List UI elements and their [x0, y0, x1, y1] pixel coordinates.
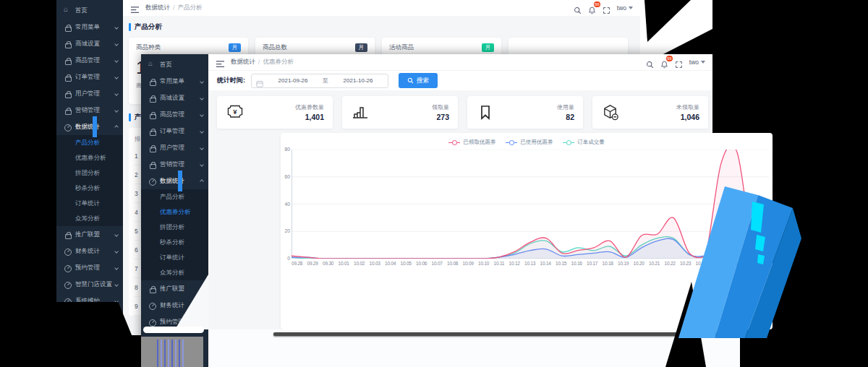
chevron-down-icon [200, 113, 204, 117]
legend-item[interactable]: 已领取优惠券 [448, 139, 495, 146]
sidebar-item[interactable]: 营销管理 [141, 156, 208, 173]
sidebar-item[interactable]: 拼团分析 [56, 165, 123, 181]
chevron-down-icon [200, 79, 204, 84]
sidebar-item[interactable]: 订单统计 [141, 250, 208, 265]
sidebar-item[interactable]: 数据统计 [141, 173, 208, 189]
sidebar-item[interactable]: 众筹分析 [56, 211, 123, 226]
chevron-down-icon [200, 96, 204, 100]
username: two [617, 4, 626, 12]
menu-toggle-icon[interactable] [130, 4, 140, 12]
background-artifact [141, 337, 203, 367]
sidebar-item[interactable]: 订单统计 [56, 196, 123, 211]
sidebar-item-label: 拼团分析 [160, 223, 184, 232]
user-menu[interactable]: two [689, 59, 705, 66]
sidebar-item[interactable]: 推广联盟 [56, 226, 123, 243]
period-badge[interactable]: 月 [482, 43, 495, 52]
sidebar-item[interactable]: 优惠券分析 [141, 204, 208, 220]
chevron-down-icon [114, 282, 119, 287]
x-tick-label: 10.24 [696, 261, 707, 266]
stat-received: 领取量 273 [342, 96, 458, 129]
sidebar-item[interactable]: 秒杀分析 [56, 181, 123, 196]
menu-toggle-icon[interactable] [216, 59, 225, 66]
legend-item[interactable]: 已使用优惠券 [506, 139, 553, 146]
sidebar-item[interactable]: 首页 [141, 56, 208, 73]
bell-icon[interactable]: 99 [588, 4, 596, 12]
sidebar-item[interactable]: 用户管理 [56, 85, 123, 102]
active-menu-indicator [93, 116, 97, 137]
sidebar-item[interactable]: 商城设置 [141, 90, 208, 106]
sidebar-item[interactable]: 秒杀分析 [141, 235, 208, 250]
sidebar-item[interactable]: 产品分析 [141, 189, 208, 204]
sidebar-item[interactable]: 常用菜单 [141, 73, 208, 90]
search-button[interactable]: 搜索 [399, 73, 438, 88]
sidebar-item[interactable]: 常用菜单 [56, 19, 123, 35]
sidebar-item[interactable]: 首页 [56, 2, 123, 19]
sidebar-item-label: 营销管理 [160, 160, 184, 169]
sidebar: 首页 常用菜单 商城设置 商 [56, 0, 123, 335]
chevron-down-icon [200, 129, 204, 134]
chevron-down-icon [114, 25, 119, 30]
sidebar-item[interactable]: 订单管理 [141, 123, 208, 139]
legend-item[interactable]: 订单成交量 [563, 139, 605, 146]
sidebar-item-icon [64, 123, 72, 131]
active-menu-indicator [178, 170, 182, 191]
date-separator: 至 [323, 77, 328, 85]
sidebar-item[interactable]: 智慧门店设置 [56, 276, 123, 293]
sidebar-item-icon [64, 230, 72, 238]
sidebar-item[interactable]: 商品管理 [141, 106, 208, 123]
chevron-down-icon [200, 179, 204, 184]
sidebar-item[interactable]: 拼团分析 [141, 220, 208, 235]
search-icon[interactable] [574, 4, 582, 12]
search-icon[interactable] [646, 59, 654, 66]
sidebar-item[interactable]: 预约管理 [56, 259, 123, 276]
date-range-picker[interactable]: 2021-09-26 至 2021-10-26 [251, 74, 388, 88]
sidebar-item-label: 商城设置 [160, 94, 184, 103]
content-area: 数据统计 / 优惠券分析 99 two [208, 54, 712, 367]
end-date-input[interactable]: 2021-10-26 [333, 77, 383, 84]
period-badge[interactable]: 月 [355, 43, 368, 52]
period-badge[interactable]: 月 [229, 43, 242, 52]
sidebar-item[interactable]: 财务统计 [56, 243, 123, 259]
sidebar-item[interactable]: 用户管理 [141, 139, 208, 156]
bell-icon[interactable]: 99 [660, 59, 668, 66]
horizontal-scrollbar[interactable] [273, 332, 740, 336]
x-tick-label: 10.15 [556, 261, 566, 266]
sidebar-item[interactable]: 营销管理 [56, 102, 123, 118]
breadcrumb-section[interactable]: 数据统计 [231, 58, 255, 66]
x-tick-label: 10.06 [416, 261, 427, 266]
sidebar-item[interactable]: 优惠券分析 [56, 150, 123, 165]
start-date-input[interactable]: 2021-09-26 [268, 77, 318, 84]
sidebar-item-label: 众筹分析 [75, 215, 100, 223]
x-tick-label: 10.02 [354, 261, 365, 266]
breadcrumb-section[interactable]: 数据统计 [145, 4, 170, 12]
sidebar-item-label: 首页 [75, 7, 88, 15]
sidebar-item-label: 优惠券分析 [75, 154, 106, 163]
x-tick-label: 10.07 [432, 261, 443, 266]
sidebar-item-label: 产品分析 [75, 139, 100, 147]
fullscreen-icon[interactable] [675, 59, 683, 66]
x-tick-label: 10.11 [494, 261, 505, 266]
sidebar-item[interactable]: 产品分析 [56, 135, 123, 150]
sidebar-item[interactable]: 众筹分析 [141, 265, 208, 280]
coupon-ticket-icon: ¥ [226, 103, 244, 122]
y-tick-label: 60 [281, 174, 290, 180]
x-tick-label: 10.13 [524, 261, 535, 266]
date-filter-bar: 统计时间: 2021-09-26 至 2021-10-26 搜索 [208, 70, 712, 90]
sidebar-item-label: 秒杀分析 [75, 184, 100, 193]
sidebar-item-icon [148, 111, 156, 118]
sidebar-item[interactable]: 商城设置 [56, 35, 123, 52]
fullscreen-icon[interactable] [603, 4, 610, 12]
legend-marker-icon [506, 140, 517, 145]
chevron-down-icon [200, 146, 204, 150]
user-menu[interactable]: two [617, 4, 633, 12]
caret-down-icon [629, 7, 633, 9]
sidebar-scrollbar[interactable] [143, 327, 204, 333]
x-tick-label: 10.22 [665, 261, 676, 266]
bookmark-icon [476, 103, 495, 122]
sidebar-item-label: 优惠券分析 [160, 208, 191, 217]
chevron-down-icon [114, 42, 119, 46]
sidebar-item[interactable]: 数据统计 [56, 118, 123, 135]
sidebar-item[interactable]: 订单管理 [56, 69, 123, 85]
sidebar-item[interactable]: 商品管理 [56, 52, 123, 69]
notification-badge: 99 [666, 56, 673, 61]
